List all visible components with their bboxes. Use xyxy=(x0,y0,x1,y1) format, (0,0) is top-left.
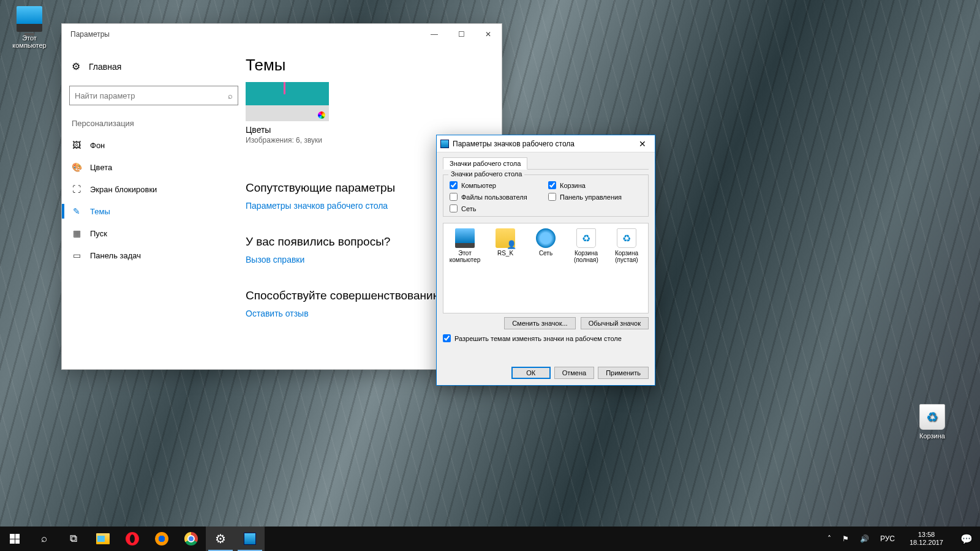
checkbox-allow-themes[interactable]: Разрешить темам изменять значки на рабоч… xyxy=(443,334,649,342)
taskbar-chrome[interactable] xyxy=(176,527,206,551)
task-view-icon: ⧉ xyxy=(70,533,77,545)
group-legend: Значки рабочего стола xyxy=(448,170,524,178)
monitor-icon xyxy=(244,533,256,545)
nav-start[interactable]: ▦ Пуск xyxy=(66,222,242,244)
home-button[interactable]: ⚙ Главная xyxy=(66,56,242,77)
tab-desktop-icons[interactable]: Значки рабочего стола xyxy=(443,157,527,170)
chrome-icon xyxy=(184,532,198,545)
gear-icon: ⚙ xyxy=(215,531,226,546)
checkbox-input[interactable] xyxy=(548,193,556,201)
firefox-icon xyxy=(155,532,168,545)
minimize-button[interactable]: — xyxy=(421,25,448,43)
search-button[interactable]: ⌕ xyxy=(29,527,59,551)
opera-icon xyxy=(126,532,139,545)
notification-icon: 💬 xyxy=(960,533,973,545)
preview-bin-full[interactable]: Корзина (полная) xyxy=(570,228,603,263)
start-icon: ▦ xyxy=(72,228,81,238)
nav-label: Цвета xyxy=(90,163,112,172)
dialog-close-button[interactable]: ✕ xyxy=(630,135,655,152)
task-view-button[interactable]: ⧉ xyxy=(59,527,88,551)
checkbox-input[interactable] xyxy=(450,204,458,212)
checkbox-input[interactable] xyxy=(450,181,458,189)
nav-label: Экран блокировки xyxy=(90,185,157,194)
preview-this-pc[interactable]: Этот компьютер xyxy=(448,228,481,263)
dialog-title: Параметры значков рабочего стола xyxy=(453,140,575,148)
nav-label: Фон xyxy=(90,141,105,150)
window-titlebar[interactable]: Параметры — ☐ ✕ xyxy=(62,24,502,45)
desktop-icon-label: Корзина xyxy=(919,432,945,440)
desktop-icon-this-pc[interactable]: Этот компьютер xyxy=(6,6,53,49)
dialog-icon xyxy=(440,140,449,148)
close-button[interactable]: ✕ xyxy=(475,25,502,43)
nav-label: Пуск xyxy=(90,229,107,238)
palette-icon: 🎨 xyxy=(72,162,81,172)
action-center-button[interactable]: 💬 xyxy=(953,527,980,551)
preview-bin-empty[interactable]: Корзина (пустая) xyxy=(610,228,643,263)
taskbar-opera[interactable] xyxy=(118,527,147,551)
nav-taskbar[interactable]: ▭ Панель задач xyxy=(66,244,242,266)
user-folder-icon xyxy=(496,228,515,248)
lock-icon: ⛶ xyxy=(72,184,81,194)
search-icon: ⌕ xyxy=(228,91,233,100)
checkbox-input[interactable] xyxy=(443,334,451,342)
change-icon-button[interactable]: Сменить значок... xyxy=(504,317,576,329)
window-title: Параметры xyxy=(70,30,110,39)
file-explorer-icon xyxy=(96,533,110,544)
page-heading: Темы xyxy=(246,56,487,75)
taskbar-firefox[interactable] xyxy=(147,527,176,551)
icon-preview-area: Этот компьютер RS_K Сеть Корзина (полная… xyxy=(443,223,649,313)
pc-icon xyxy=(455,228,475,248)
network-icon xyxy=(536,228,556,248)
preview-user[interactable]: RS_K xyxy=(489,228,522,263)
clock-time: 13:58 xyxy=(910,531,943,539)
settings-sidebar: ⚙ Главная ⌕ Персонализация 🖼 Фон 🎨 Цвета… xyxy=(62,45,246,369)
recycle-bin-icon xyxy=(919,404,945,430)
icons-groupbox: Значки рабочего стола Компьютер Корзина … xyxy=(443,174,649,217)
tray-volume-icon[interactable]: 🔊 xyxy=(858,534,872,543)
brush-icon: ✎ xyxy=(72,206,81,216)
apply-button[interactable]: Применить xyxy=(598,367,649,379)
checkbox-user-files[interactable]: Файлы пользователя xyxy=(450,193,543,201)
desktop-icon-label: Этот компьютер xyxy=(12,34,46,49)
tab-strip: Значки рабочего стола xyxy=(443,157,649,170)
taskbar-settings[interactable]: ⚙ xyxy=(206,527,235,551)
checkbox-input[interactable] xyxy=(548,181,556,189)
system-tray: ˄ ⚑ 🔊 РУС 13:58 18.12.2017 xyxy=(821,531,953,547)
recycle-bin-full-icon xyxy=(576,228,596,248)
maximize-button[interactable]: ☐ xyxy=(448,25,475,43)
checkbox-input[interactable] xyxy=(450,193,458,201)
section-label: Персонализация xyxy=(66,116,242,134)
preview-network[interactable]: Сеть xyxy=(529,228,562,263)
start-button[interactable] xyxy=(0,527,29,551)
dialog-titlebar[interactable]: Параметры значков рабочего стола ✕ xyxy=(437,135,655,152)
theme-thumbnail[interactable] xyxy=(246,82,329,121)
tray-overflow-button[interactable]: ˄ xyxy=(825,534,834,543)
taskbar-explorer[interactable] xyxy=(88,527,118,551)
tray-security-icon[interactable]: ⚑ xyxy=(840,534,851,543)
taskbar: ⌕ ⧉ ⚙ ˄ ⚑ 🔊 РУС 13:58 18.12.2017 💬 xyxy=(0,527,980,551)
taskbar-desktop-icons-dialog[interactable] xyxy=(235,527,265,551)
pc-icon xyxy=(17,6,42,32)
image-icon: 🖼 xyxy=(72,140,81,150)
checkbox-control-panel[interactable]: Панель управления xyxy=(548,193,642,201)
checkbox-computer[interactable]: Компьютер xyxy=(450,181,543,189)
desktop-icon-recycle-bin[interactable]: Корзина xyxy=(909,404,956,440)
nav-themes[interactable]: ✎ Темы xyxy=(66,200,242,222)
recycle-bin-empty-icon xyxy=(617,228,636,248)
gear-icon: ⚙ xyxy=(72,61,80,72)
ok-button[interactable]: ОК xyxy=(511,367,551,379)
search-box[interactable]: ⌕ xyxy=(69,86,238,105)
theme-name: Цветы xyxy=(246,125,487,135)
checkbox-recycle-bin[interactable]: Корзина xyxy=(548,181,642,189)
taskbar-icon: ▭ xyxy=(72,250,81,260)
default-icon-button[interactable]: Обычный значок xyxy=(581,317,649,329)
checkbox-network[interactable]: Сеть xyxy=(450,204,543,212)
nav-colors[interactable]: 🎨 Цвета xyxy=(66,156,242,178)
cancel-button[interactable]: Отмена xyxy=(554,367,594,379)
search-input[interactable] xyxy=(75,91,228,100)
nav-lock-screen[interactable]: ⛶ Экран блокировки xyxy=(66,178,242,200)
taskbar-clock[interactable]: 13:58 18.12.2017 xyxy=(903,531,949,547)
clock-date: 18.12.2017 xyxy=(910,539,943,547)
tray-language[interactable]: РУС xyxy=(878,534,897,543)
nav-background[interactable]: 🖼 Фон xyxy=(66,134,242,156)
